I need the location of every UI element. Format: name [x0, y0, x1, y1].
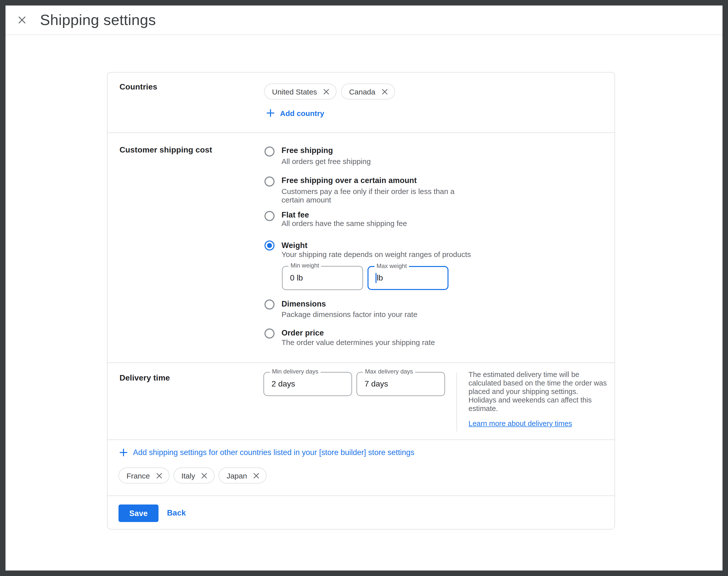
- other-countries-chip-row: France Italy Japan: [118, 467, 266, 484]
- country-chip-italy[interactable]: Italy: [173, 467, 214, 484]
- note-divider: [457, 373, 457, 432]
- add-shipping-settings-label: Add shipping settings for other countrie…: [133, 448, 414, 457]
- radio-flat-fee[interactable]: [264, 211, 274, 221]
- option-desc-weight: Your shipping rate depends on weight ran…: [282, 250, 471, 259]
- min-delivery-days-field[interactable]: Min delivery days 2 days: [263, 372, 352, 396]
- max-weight-field[interactable]: Max weight lb: [368, 266, 448, 290]
- min-delivery-days-label: Min delivery days: [270, 369, 320, 374]
- countries-section-label: Countries: [119, 83, 157, 91]
- country-chip-united-states[interactable]: United States: [264, 84, 337, 99]
- country-chip-label: France: [126, 471, 150, 480]
- page-title: Shipping settings: [40, 11, 156, 29]
- remove-icon[interactable]: [323, 88, 329, 95]
- add-country-label: Add country: [280, 109, 324, 117]
- option-label-flat-fee: Flat fee: [282, 210, 309, 220]
- add-shipping-settings-link[interactable]: Add shipping settings for other countrie…: [119, 448, 414, 458]
- country-chip-label: United States: [272, 87, 317, 96]
- min-weight-label: Min weight: [289, 262, 321, 268]
- country-chip-label: Canada: [349, 87, 375, 96]
- dialog-header: Shipping settings: [5, 5, 723, 35]
- max-delivery-days-field[interactable]: Max delivery days 7 days: [356, 372, 445, 396]
- option-label-order-price: Order price: [282, 328, 324, 338]
- max-weight-label: Max weight: [375, 263, 409, 269]
- shipping-cost-section-label: Customer shipping cost: [119, 145, 212, 154]
- close-button[interactable]: [18, 16, 26, 24]
- divider: [108, 133, 614, 133]
- min-weight-value: 0 lb: [290, 273, 303, 283]
- remove-icon[interactable]: [253, 472, 260, 479]
- max-delivery-days-value: 7 days: [365, 379, 388, 388]
- country-chip-france[interactable]: France: [118, 467, 169, 484]
- shipping-settings-card: Countries United States Canada: [107, 72, 615, 529]
- text-cursor: [376, 273, 376, 283]
- country-chip-label: Japan: [227, 471, 247, 480]
- remove-icon[interactable]: [156, 472, 162, 479]
- divider: [108, 439, 614, 440]
- plus-icon: [119, 448, 128, 457]
- option-desc-free-shipping: All orders get free shipping: [282, 157, 371, 166]
- option-label-dimensions: Dimensions: [282, 299, 326, 309]
- countries-chip-row: United States Canada: [264, 84, 395, 99]
- option-label-free-shipping-over-amount: Free shipping over a certain amount: [282, 176, 417, 185]
- delivery-time-section-label: Delivery time: [119, 374, 170, 382]
- back-button[interactable]: Back: [167, 508, 186, 518]
- radio-free-shipping[interactable]: [264, 146, 274, 156]
- delivery-time-note: The estimated delivery time will be calc…: [468, 371, 607, 413]
- max-weight-value: lb: [377, 273, 383, 283]
- radio-weight-selected[interactable]: [264, 240, 274, 251]
- option-label-free-shipping: Free shipping: [282, 146, 333, 155]
- radio-free-shipping-over-amount[interactable]: [264, 176, 274, 186]
- country-chip-label: Italy: [181, 471, 195, 480]
- option-desc-order-price: The order value determines your shipping…: [282, 338, 435, 346]
- divider: [108, 363, 614, 363]
- radio-order-price[interactable]: [264, 328, 274, 339]
- screenshot-frame: Shipping settings Countries United State…: [0, 0, 728, 576]
- remove-icon[interactable]: [381, 88, 388, 95]
- close-icon: [18, 16, 26, 24]
- min-weight-field[interactable]: Min weight 0 lb: [282, 266, 363, 290]
- min-delivery-days-value: 2 days: [271, 379, 295, 388]
- country-chip-japan[interactable]: Japan: [219, 467, 266, 484]
- remove-icon[interactable]: [201, 472, 207, 479]
- delivery-times-learn-more-link[interactable]: Learn more about delivery times: [468, 420, 572, 428]
- save-button[interactable]: Save: [118, 505, 158, 522]
- shipping-settings-dialog: Shipping settings Countries United State…: [5, 5, 723, 571]
- radio-dimensions[interactable]: [264, 299, 274, 310]
- divider: [108, 495, 614, 496]
- option-label-weight: Weight: [282, 241, 308, 250]
- plus-icon: [266, 109, 275, 117]
- country-chip-canada[interactable]: Canada: [341, 84, 395, 99]
- add-country-button[interactable]: Add country: [266, 108, 324, 118]
- option-desc-dimensions: Package dimensions factor into your rate: [282, 310, 417, 318]
- max-delivery-days-label: Max delivery days: [363, 369, 415, 374]
- option-desc-free-shipping-over-amount: Customers pay a fee only if their order …: [282, 187, 455, 204]
- option-desc-flat-fee: All orders have the same shipping fee: [282, 219, 407, 228]
